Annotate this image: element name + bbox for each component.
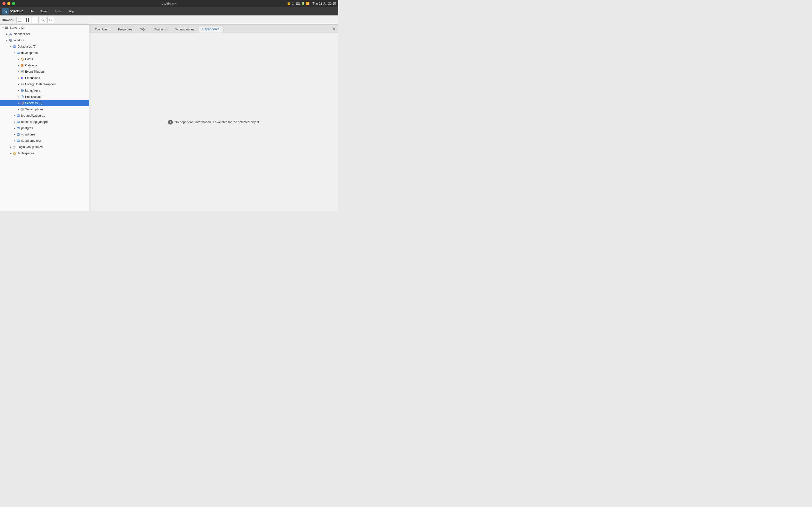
svg-rect-9: [34, 20, 34, 20]
svg-rect-74: [13, 153, 16, 155]
tree-item-schemas[interactable]: ▼Schemas (2): [0, 100, 89, 106]
tree-label-development: development: [21, 51, 39, 55]
list-view-button[interactable]: [32, 17, 39, 23]
database-icon: [16, 132, 20, 136]
tab-properties[interactable]: Properties: [114, 26, 136, 33]
maximize-button[interactable]: [12, 2, 15, 5]
tab-dashboard[interactable]: Dashboard: [91, 26, 114, 33]
svg-rect-27: [10, 42, 11, 42]
panel-close-button[interactable]: ✕: [331, 26, 337, 31]
grid-view-button[interactable]: [24, 17, 31, 23]
expander-login-group-roles: ▶: [9, 145, 12, 149]
svg-point-62: [17, 122, 19, 123]
tree-item-catalogs[interactable]: ▶Catalogs: [0, 62, 89, 68]
cast-icon: [20, 57, 24, 61]
tree-item-languages[interactable]: ▶Languages: [0, 88, 89, 94]
grid-view-icon: [26, 18, 30, 22]
schema-icon: [20, 101, 24, 105]
svg-point-55: [22, 103, 23, 104]
tree-item-nuxtjs-strapi-jobapp[interactable]: ▶nuxtjs-strapi-jobapp: [0, 119, 89, 125]
tree-label-localhost: localhost: [13, 39, 26, 42]
svg-rect-25: [10, 39, 12, 41]
tree-item-tablespaces[interactable]: ▶Tablespaces: [0, 150, 89, 157]
tree-item-databases[interactable]: ▼Databases (6): [0, 44, 89, 50]
arrow-job-application-db: ▶: [14, 114, 15, 117]
tab-statistics[interactable]: Statistics: [151, 26, 170, 33]
tree-view-button[interactable]: [16, 17, 23, 23]
server-elephant-icon: [9, 32, 12, 36]
minimize-button[interactable]: [7, 2, 10, 5]
arrow-catalogs: ▶: [18, 64, 19, 67]
menu-file[interactable]: File: [26, 8, 36, 14]
tree-label-elephant-sql: elephant-sql: [13, 32, 30, 36]
tabs-bar: Dashboard Properties SQL Statistics Depe…: [89, 24, 338, 33]
tab-sql[interactable]: SQL: [137, 26, 150, 33]
subscription-icon: [20, 107, 24, 111]
svg-point-71: [17, 141, 19, 142]
svg-rect-6: [28, 20, 29, 22]
expander-subscriptions: ▶: [16, 107, 20, 111]
close-button[interactable]: [2, 2, 6, 5]
svg-point-22: [10, 33, 11, 34]
arrow-elephant-sql: ▶: [6, 33, 8, 35]
tree-item-subscriptions[interactable]: ▶Subscriptions: [0, 106, 89, 113]
expander-catalogs: ▶: [16, 63, 20, 67]
tree-item-job-application-db[interactable]: ▶job-application-db: [0, 113, 89, 119]
logo-icon-text: Pg: [4, 10, 7, 12]
tree-item-foreign-data-wrappers[interactable]: ▶Foreign Data Wrappers: [0, 81, 89, 88]
terminal-button[interactable]: [47, 17, 54, 23]
tree-item-strapi-cms[interactable]: ▶strapi-cms: [0, 131, 89, 137]
svg-point-68: [17, 135, 19, 136]
tree-item-elephant-sql[interactable]: ▶elephant-sql: [0, 31, 89, 37]
menu-help[interactable]: Help: [65, 8, 77, 14]
tree-item-publications[interactable]: ▶Publications: [0, 94, 89, 100]
svg-rect-3: [26, 18, 27, 20]
content-area: i No dependant information is available …: [89, 33, 338, 211]
arrow-event-triggers: ▶: [18, 70, 19, 73]
arrow-nuxtjs-strapi-jobapp: ▶: [14, 121, 15, 123]
expander-elephant-sql: ▶: [5, 32, 9, 36]
tree-item-casts[interactable]: ▶Casts: [0, 56, 89, 62]
tab-dependents[interactable]: Dependents: [199, 25, 223, 33]
arrow-postgres: ▶: [14, 127, 15, 129]
tree-item-localhost[interactable]: ▼localhost: [0, 37, 89, 44]
tree-label-databases: Databases (6): [17, 45, 37, 48]
tree-label-publications: Publications: [25, 95, 41, 99]
tab-dependencies[interactable]: Dependencies: [171, 26, 198, 33]
menu-object[interactable]: Object: [37, 8, 51, 14]
tree-item-strapi-cms-test[interactable]: ▶strapi-cms-test: [0, 137, 89, 144]
svg-point-42: [22, 77, 23, 78]
svg-rect-10: [35, 20, 37, 20]
app-logo: Pg pgAdmin: [2, 8, 23, 14]
tree-item-servers[interactable]: ▼Servers (2): [0, 24, 89, 31]
menu-tools[interactable]: Tools: [52, 8, 64, 14]
clock: Thu 21 Jul 22:25: [312, 2, 336, 5]
logo-icon: Pg: [2, 8, 9, 14]
svg-rect-1: [18, 20, 21, 20]
tree-item-development[interactable]: ▼development: [0, 50, 89, 56]
svg-rect-5: [26, 20, 27, 22]
tree-item-postgres[interactable]: ▶postgres: [0, 125, 89, 131]
expander-databases: ▼: [9, 45, 12, 49]
arrow-databases: ▼: [9, 46, 12, 48]
search-button[interactable]: [40, 17, 46, 23]
tree-item-extensions[interactable]: ▶Extensions: [0, 75, 89, 81]
toolbar: Browser: [0, 15, 338, 24]
expander-strapi-cms-test: ▶: [12, 139, 16, 143]
system-icons: 🖐 🗂 ⌨ 🔋 📶: [287, 2, 310, 5]
database-icon: [16, 126, 20, 130]
svg-rect-11: [34, 21, 34, 21]
arrow-schemas: ▼: [17, 102, 19, 104]
arrow-strapi-cms-test: ▶: [14, 139, 15, 142]
expander-casts: ▶: [16, 57, 20, 61]
tree-item-login-group-roles[interactable]: ▶Login/Group Roles: [0, 144, 89, 150]
arrow-development: ▼: [13, 52, 16, 54]
search-icon: [41, 18, 45, 22]
arrow-localhost: ▼: [6, 39, 8, 42]
menubar: Pg pgAdmin File Object Tools Help: [0, 7, 338, 15]
roles-icon: [12, 145, 16, 149]
tree-label-catalogs: Catalogs: [25, 64, 37, 67]
tree-item-event-triggers[interactable]: ▶Event Triggers: [0, 68, 89, 75]
tree-label-subscriptions: Subscriptions: [25, 108, 43, 111]
svg-point-13: [42, 18, 44, 21]
